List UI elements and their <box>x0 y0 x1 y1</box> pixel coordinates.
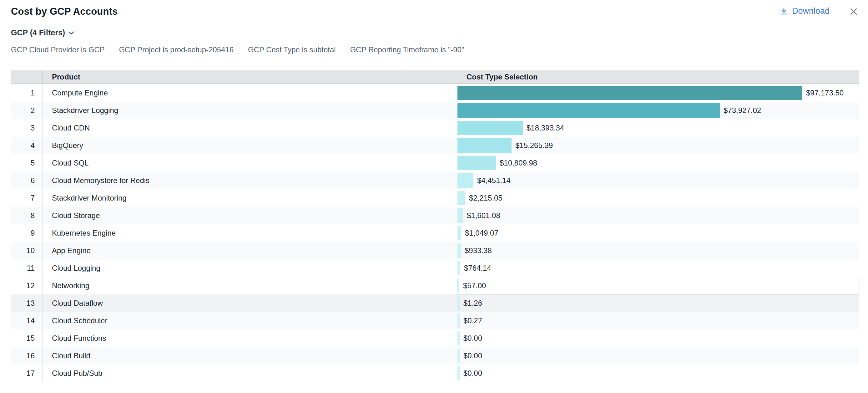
table-row[interactable]: 7 Stackdriver Monitoring $2,215.05 <box>11 189 859 207</box>
table-row[interactable]: 10 App Engine $933.38 <box>11 242 859 260</box>
row-index: 1 <box>11 84 42 102</box>
product-name-cell[interactable]: Cloud Storage <box>42 207 455 224</box>
table-row[interactable]: 2 Stackdriver Logging $73,927.02 <box>11 102 859 119</box>
table-row[interactable]: 8 Cloud Storage $1,601.08 <box>11 207 859 224</box>
table-row[interactable]: 14 Cloud Scheduler $0.27 <box>11 312 859 330</box>
cost-value: $0.00 <box>463 352 482 360</box>
cost-bar <box>458 138 512 153</box>
row-index: 13 <box>11 295 42 312</box>
cost-cell[interactable]: $15,265.39 <box>455 137 859 154</box>
chevron-down-icon <box>68 31 74 35</box>
cost-value: $1,601.08 <box>467 211 500 220</box>
filters-summary-label: GCP (4 Filters) <box>11 28 65 37</box>
table-row[interactable]: 1 Compute Engine $97,173.50 <box>11 84 859 102</box>
cost-by-gcp-accounts-modal: Cost by GCP Accounts Download GCP (4 <box>0 0 868 393</box>
cost-cell[interactable]: $933.38 <box>455 242 859 260</box>
row-index: 14 <box>11 312 42 330</box>
product-column-header[interactable]: Product <box>42 70 455 84</box>
cost-cell[interactable]: $4,451.14 <box>455 172 859 189</box>
product-name-cell[interactable]: Cloud Scheduler <box>42 312 455 330</box>
cost-value: $0.00 <box>463 369 482 378</box>
row-index: 9 <box>11 224 42 242</box>
modal-header: Cost by GCP Accounts Download <box>0 0 868 18</box>
table-row[interactable]: 17 Cloud Pub/Sub $0.00 <box>11 365 859 382</box>
applied-filter: GCP Reporting Timeframe is "-90" <box>350 46 464 54</box>
cost-bar <box>457 278 459 293</box>
product-name-cell[interactable]: Cloud Pub/Sub <box>42 365 455 382</box>
applied-filter: GCP Cloud Provider is GCP <box>11 46 105 54</box>
cost-value: $18,393.34 <box>527 124 564 132</box>
product-name-cell[interactable]: Compute Engine <box>42 84 455 102</box>
cost-value: $10,809.98 <box>500 159 537 168</box>
product-name-cell[interactable]: Cloud SQL <box>42 154 455 172</box>
row-index: 3 <box>11 119 42 137</box>
cost-bar <box>458 226 461 240</box>
table-row[interactable]: 12 Networking $57.00 <box>11 277 859 295</box>
cost-value: $933.38 <box>465 246 492 255</box>
row-index: 11 <box>11 260 42 277</box>
product-name-cell[interactable]: Cloud Logging <box>42 260 455 277</box>
download-icon <box>779 6 788 16</box>
cost-cell[interactable]: $1,601.08 <box>455 207 859 224</box>
product-name-cell[interactable]: Kubernetes Engine <box>42 224 455 242</box>
applied-filter: GCP Project is prod-setup-205416 <box>119 46 234 54</box>
cost-cell[interactable]: $97,173.50 <box>455 84 859 102</box>
cost-value: $57.00 <box>463 281 486 290</box>
row-index: 4 <box>11 137 42 154</box>
table-row[interactable]: 16 Cloud Build $0.00 <box>11 347 859 365</box>
cost-bar <box>458 331 460 345</box>
cost-bar <box>458 121 523 135</box>
table-row[interactable]: 4 BigQuery $15,265.39 <box>11 137 859 154</box>
cost-cell[interactable]: $73,927.02 <box>455 102 859 119</box>
row-index: 2 <box>11 102 42 119</box>
cost-value: $0.27 <box>463 316 482 325</box>
cost-cell[interactable]: $57.00 <box>455 277 859 295</box>
filters-summary-toggle[interactable]: GCP (4 Filters) <box>11 28 868 37</box>
cost-value: $1,049.07 <box>465 229 498 238</box>
cost-bar <box>458 296 460 310</box>
cost-cell[interactable]: $1.26 <box>455 295 859 312</box>
cost-value: $73,927.02 <box>723 106 761 115</box>
table-row[interactable]: 5 Cloud SQL $10,809.98 <box>11 154 859 172</box>
cost-value: $97,173.50 <box>806 89 844 97</box>
cost-bar <box>458 103 720 118</box>
cost-cell[interactable]: $1,049.07 <box>455 224 859 242</box>
cost-bar <box>458 313 460 328</box>
table-row[interactable]: 11 Cloud Logging $764.14 <box>11 260 859 277</box>
product-name-cell[interactable]: Cloud Dataflow <box>42 295 455 312</box>
cost-cell[interactable]: $0.00 <box>455 330 859 347</box>
product-name-cell[interactable]: Networking <box>42 277 455 295</box>
product-name-cell[interactable]: Cloud CDN <box>42 119 455 137</box>
product-name-cell[interactable]: BigQuery <box>42 137 455 154</box>
cost-bar <box>458 261 460 275</box>
cost-value: $4,451.14 <box>477 176 510 185</box>
cost-cell[interactable]: $10,809.98 <box>455 154 859 172</box>
product-name-cell[interactable]: Cloud Memorystore for Redis <box>42 172 455 189</box>
cost-bar <box>458 208 463 223</box>
download-button[interactable]: Download <box>779 6 830 16</box>
product-name-cell[interactable]: Stackdriver Monitoring <box>42 189 455 207</box>
product-name-cell[interactable]: Cloud Build <box>42 347 455 365</box>
cost-cell[interactable]: $764.14 <box>455 260 859 277</box>
table-row[interactable]: 6 Cloud Memorystore for Redis $4,451.14 <box>11 172 859 189</box>
close-icon <box>849 12 858 17</box>
row-index: 10 <box>11 242 42 260</box>
table-body: 1 Compute Engine $97,173.50 2 Stackdrive… <box>11 84 859 382</box>
product-name-cell[interactable]: Stackdriver Logging <box>42 102 455 119</box>
cost-cell[interactable]: $0.00 <box>455 365 859 382</box>
product-name-cell[interactable]: App Engine <box>42 242 455 260</box>
table-row[interactable]: 15 Cloud Functions $0.00 <box>11 330 859 347</box>
cost-bar <box>458 173 473 188</box>
row-index: 17 <box>11 365 42 382</box>
cost-cell[interactable]: $0.27 <box>455 312 859 330</box>
product-name-cell[interactable]: Cloud Functions <box>42 330 455 347</box>
cost-column-header[interactable]: Cost Type Selection <box>455 70 859 84</box>
table-row[interactable]: 3 Cloud CDN $18,393.34 <box>11 119 859 137</box>
cost-cell[interactable]: $2,215.05 <box>455 189 859 207</box>
close-button[interactable] <box>849 7 858 16</box>
table-row[interactable]: 13 Cloud Dataflow $1.26 <box>11 295 859 312</box>
table-row[interactable]: 9 Kubernetes Engine $1,049.07 <box>11 224 859 242</box>
cost-cell[interactable]: $0.00 <box>455 347 859 365</box>
cost-cell[interactable]: $18,393.34 <box>455 119 859 137</box>
row-index: 15 <box>11 330 42 347</box>
